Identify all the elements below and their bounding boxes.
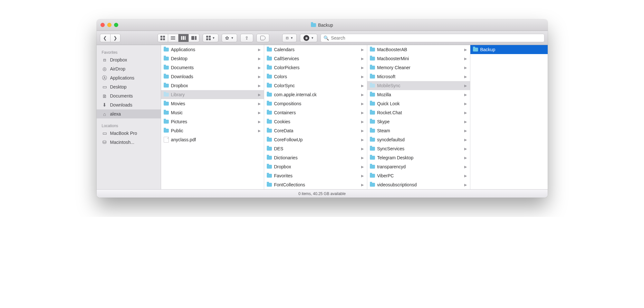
file-row[interactable]: anyclass.pdf — [161, 135, 264, 144]
action-menu-button[interactable]: ✿ ▼ — [222, 34, 237, 42]
sidebar-item-macintosh-[interactable]: ⛁Macintosh... — [97, 138, 161, 147]
folder-icon — [164, 111, 169, 115]
file-row[interactable]: Memory Cleaner▶ — [367, 63, 470, 72]
file-row[interactable]: MobileSync▶ — [367, 81, 470, 90]
column-3[interactable]: MacBoosterAB▶MacboosterMini▶Memory Clean… — [367, 45, 470, 189]
sidebar-item-desktop[interactable]: ▭Desktop — [97, 82, 161, 91]
group-by-button[interactable]: ▼ — [203, 34, 219, 42]
folder-icon — [267, 138, 272, 142]
minimize-window-button[interactable] — [107, 23, 111, 27]
folder-icon — [164, 48, 169, 51]
file-row[interactable]: SyncServices▶ — [367, 144, 470, 153]
file-row[interactable]: videosubscriptionsd▶ — [367, 180, 470, 189]
file-row[interactable]: CallServices▶ — [264, 54, 367, 63]
file-row[interactable]: Skype▶ — [367, 117, 470, 126]
list-view-button[interactable] — [168, 34, 178, 42]
file-row[interactable]: Mozilla▶ — [367, 90, 470, 99]
sidebar-item-applications[interactable]: ⒶApplications — [97, 73, 161, 82]
tags-button[interactable] — [256, 34, 269, 42]
close-window-button[interactable] — [101, 23, 105, 27]
chevron-right-icon: ▶ — [361, 84, 364, 88]
file-row[interactable]: Documents▶ — [161, 63, 264, 72]
chevron-right-icon: ▶ — [464, 138, 467, 142]
file-row[interactable]: DES▶ — [264, 144, 367, 153]
folder-icon — [267, 57, 272, 61]
search-icon: 🔍 — [323, 35, 329, 41]
search-field[interactable]: 🔍 — [321, 34, 544, 42]
file-row[interactable]: syncdefaultsd▶ — [367, 135, 470, 144]
folder-icon — [370, 75, 375, 79]
chevron-right-icon: ▶ — [361, 165, 364, 169]
file-name: CallServices — [274, 56, 299, 61]
file-row[interactable]: Steam▶ — [367, 126, 470, 135]
back-button[interactable]: ❮ — [100, 34, 110, 42]
file-row[interactable]: ColorPickers▶ — [264, 63, 367, 72]
folder-icon — [164, 75, 169, 79]
file-row[interactable]: ViberPC▶ — [367, 171, 470, 180]
file-row[interactable]: Containers▶ — [264, 108, 367, 117]
file-row[interactable]: Cookies▶ — [264, 117, 367, 126]
file-row[interactable]: Movies▶ — [161, 99, 264, 108]
file-row[interactable]: Music▶ — [161, 108, 264, 117]
file-row[interactable]: MacboosterMini▶ — [367, 54, 470, 63]
column-2[interactable]: Calendars▶CallServices▶ColorPickers▶Colo… — [264, 45, 367, 189]
file-row[interactable]: FontCollections▶ — [264, 180, 367, 189]
sidebar-item-dropbox[interactable]: ⧈Dropbox — [97, 55, 161, 64]
privacy-toolbar-button[interactable]: ◉ ▼ — [300, 34, 317, 42]
column-4[interactable]: Backup — [470, 45, 548, 189]
sidebar-item-airdrop[interactable]: ◎AirDrop — [97, 64, 161, 73]
file-row[interactable]: Backup — [470, 45, 548, 54]
file-row[interactable]: Dropbox▶ — [161, 81, 264, 90]
downloads-icon: ⬇ — [102, 102, 108, 108]
sidebar-item-macbook-pro[interactable]: ▭MacBook Pro — [97, 129, 161, 138]
file-row[interactable]: Dictionaries▶ — [264, 153, 367, 162]
file-name: videosubscriptionsd — [377, 182, 417, 187]
file-row[interactable]: Calendars▶ — [264, 45, 367, 54]
share-button[interactable]: ⇪ — [240, 34, 253, 42]
file-row[interactable]: transparencyd▶ — [367, 162, 470, 171]
sidebar-item-documents[interactable]: 🗎Documents — [97, 91, 161, 100]
file-row[interactable]: Colors▶ — [264, 72, 367, 81]
file-row[interactable]: Desktop▶ — [161, 54, 264, 63]
chevron-right-icon: ▶ — [258, 75, 261, 79]
gallery-view-button[interactable] — [188, 34, 199, 42]
chevron-right-icon: ▶ — [361, 183, 364, 187]
sidebar-item-alexa[interactable]: ⌂alexa — [97, 109, 161, 118]
documents-icon: 🗎 — [102, 93, 108, 99]
folder-icon — [267, 84, 272, 88]
folder-icon — [267, 66, 272, 70]
dropbox-toolbar-button[interactable]: ⧈ ▼ — [282, 34, 297, 42]
file-row[interactable]: Rocket.Chat▶ — [367, 108, 470, 117]
file-row[interactable]: CoreFollowUp▶ — [264, 135, 367, 144]
file-row[interactable]: Quick Look▶ — [367, 99, 470, 108]
file-row[interactable]: MacBoosterAB▶ — [367, 45, 470, 54]
file-row[interactable]: Compositions▶ — [264, 99, 367, 108]
column-1[interactable]: Applications▶Desktop▶Documents▶Downloads… — [161, 45, 264, 189]
file-row[interactable]: Downloads▶ — [161, 72, 264, 81]
search-input[interactable] — [331, 35, 541, 41]
sidebar-item-label: Dropbox — [110, 57, 127, 62]
sidebar-item-label: alexa — [110, 111, 121, 117]
file-row[interactable]: Library▶ — [161, 90, 264, 99]
file-row[interactable]: Dropbox▶ — [264, 162, 367, 171]
file-name: Library — [171, 92, 185, 97]
file-row[interactable]: CoreData▶ — [264, 126, 367, 135]
file-name: Telegram Desktop — [377, 155, 414, 160]
file-row[interactable]: Applications▶ — [161, 45, 264, 54]
file-row[interactable]: Favorites▶ — [264, 171, 367, 180]
icon-view-button[interactable] — [158, 34, 168, 42]
sidebar-item-downloads[interactable]: ⬇Downloads — [97, 100, 161, 109]
file-name: MobileSync — [377, 83, 400, 88]
file-row[interactable]: Telegram Desktop▶ — [367, 153, 470, 162]
folder-icon — [267, 183, 272, 187]
file-row[interactable]: Public▶ — [161, 126, 264, 135]
zoom-window-button[interactable] — [114, 23, 118, 27]
forward-button[interactable]: ❯ — [110, 34, 120, 42]
file-row[interactable]: Pictures▶ — [161, 117, 264, 126]
file-row[interactable]: com.apple.internal.ck▶ — [264, 90, 367, 99]
file-row[interactable]: Microsoft▶ — [367, 72, 470, 81]
file-name: Quick Look — [377, 101, 400, 106]
chevron-right-icon: ▶ — [361, 66, 364, 70]
column-view-button[interactable] — [178, 34, 188, 42]
file-row[interactable]: ColorSync▶ — [264, 81, 367, 90]
